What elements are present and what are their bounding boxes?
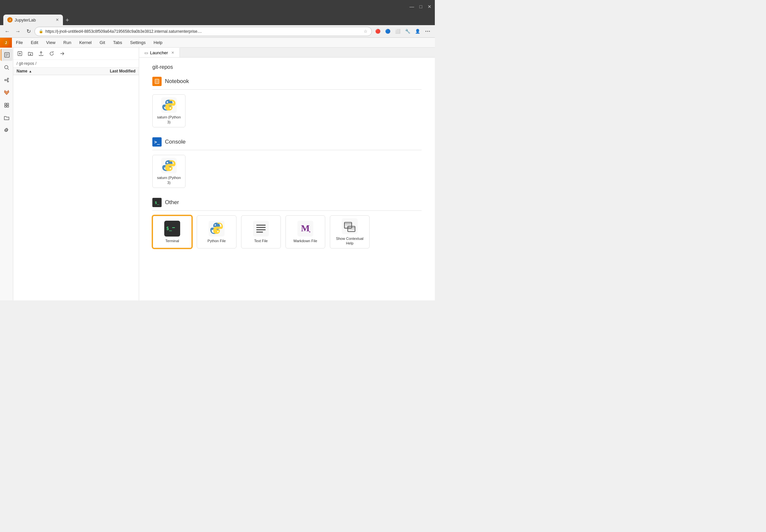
- menu-item-settings[interactable]: Settings: [126, 39, 150, 46]
- launcher-content: git-repos Notebook: [139, 58, 435, 300]
- notebook-kernel-grid: saturn (Python 3): [152, 94, 422, 127]
- tab-close-icon[interactable]: ✕: [56, 18, 59, 22]
- back-button[interactable]: ←: [3, 27, 12, 36]
- reload-button[interactable]: ↻: [24, 27, 33, 36]
- svg-rect-10: [7, 106, 9, 107]
- upload-button[interactable]: [36, 49, 46, 58]
- svg-rect-40: [348, 229, 355, 230]
- main-area: ▭ Launcher ✕ git-repos Notebook: [139, 48, 435, 300]
- menu-item-tabs[interactable]: Tabs: [109, 39, 126, 46]
- launcher-tab-label: Launcher: [150, 50, 168, 55]
- new-tab-button[interactable]: +: [63, 16, 72, 25]
- sidebar-icon-extension[interactable]: [1, 99, 13, 111]
- kernel-card-saturn-python3-notebook[interactable]: saturn (Python 3): [152, 94, 185, 127]
- tab-bar: ▭ Launcher ✕: [139, 48, 435, 58]
- menu-item-kernel[interactable]: Kernel: [75, 39, 96, 46]
- browser-toolbar-icons: 🔴 🔵 ⬜ 🔧 👤 ⋯: [373, 27, 432, 36]
- refresh-button[interactable]: [47, 49, 56, 58]
- kernel-card-label-console: saturn (Python 3): [155, 175, 182, 185]
- git-clone-button[interactable]: [58, 49, 67, 58]
- other-card-contextual-help[interactable]: Show Contextual Help: [330, 215, 370, 248]
- browser-chrome: — □ ✕: [0, 0, 435, 13]
- sort-arrow-icon: ▲: [29, 69, 32, 73]
- maximize-button[interactable]: □: [420, 4, 422, 9]
- launcher-path: git-repos: [152, 64, 422, 70]
- markdown-file-card-label: Markdown File: [293, 239, 317, 243]
- browser-tab-jupyterlab[interactable]: J JupyterLab ✕: [3, 15, 63, 25]
- console-kernel-grid: saturn (Python 3): [152, 155, 422, 188]
- console-section-header: >_ Console: [152, 137, 422, 150]
- python-logo-console: [160, 158, 177, 173]
- other-card-python-file[interactable]: Python File: [197, 215, 237, 248]
- url-bar[interactable]: 🔒 https://j-jnoli-untitled4-8853c8f509a6…: [34, 27, 372, 36]
- browser-tab-bar: J JupyterLab ✕ +: [0, 13, 435, 25]
- svg-point-19: [169, 168, 171, 170]
- main-layout: / git-repos / Name ▲ Last Modified ▭ Lau…: [0, 48, 435, 300]
- contextual-help-card-icon: [342, 218, 358, 234]
- extension-icon-3[interactable]: ⬜: [393, 27, 402, 36]
- minimize-button[interactable]: —: [410, 4, 414, 9]
- menu-item-view[interactable]: View: [42, 39, 59, 46]
- sidebar-icon-files[interactable]: [1, 49, 13, 61]
- menu-item-edit[interactable]: Edit: [27, 39, 42, 46]
- svg-rect-22: [172, 227, 175, 228]
- new-folder-button[interactable]: [26, 49, 35, 58]
- svg-point-15: [166, 101, 168, 103]
- menu-item-git[interactable]: Git: [96, 39, 109, 46]
- breadcrumb: / git-repos /: [13, 60, 139, 67]
- other-items-grid: $_ Terminal: [152, 215, 422, 248]
- svg-rect-7: [5, 103, 6, 105]
- terminal-card-icon: $_: [164, 221, 180, 237]
- svg-rect-12: [155, 79, 159, 84]
- sidebar-icon-strip: [0, 48, 13, 300]
- address-bar-row: ← → ↻ 🔒 https://j-jnoli-untitled4-8853c8…: [0, 25, 435, 38]
- sidebar-icon-search[interactable]: [1, 62, 13, 73]
- tab-favicon: J: [7, 17, 13, 22]
- svg-rect-26: [253, 221, 269, 237]
- more-icon[interactable]: ⋯: [423, 27, 432, 36]
- sidebar-icon-folder[interactable]: [1, 112, 13, 124]
- name-column-label: Name: [17, 69, 27, 73]
- sidebar-icon-gitlab[interactable]: [1, 87, 13, 99]
- menu-item-run[interactable]: Run: [59, 39, 75, 46]
- sidebar-icon-puzzle[interactable]: [1, 124, 13, 136]
- launcher-tab-close[interactable]: ✕: [171, 51, 174, 55]
- new-file-button[interactable]: [15, 49, 24, 58]
- sidebar-icon-git[interactable]: [1, 74, 13, 86]
- svg-rect-8: [7, 103, 9, 105]
- menu-bar: J File Edit View Run Kernel Git Tabs Set…: [0, 38, 435, 48]
- python-file-card-label: Python File: [207, 239, 226, 243]
- other-card-text-file[interactable]: Text File: [241, 215, 281, 248]
- launcher-tab-icon: ▭: [144, 51, 148, 55]
- extension-icon-2[interactable]: 🔵: [383, 27, 392, 36]
- svg-rect-30: [256, 232, 263, 233]
- jupyter-logo: J: [0, 38, 12, 48]
- console-section-icon: >_: [152, 137, 161, 147]
- star-icon[interactable]: ☆: [364, 29, 368, 34]
- launcher-tab[interactable]: ▭ Launcher ✕: [139, 48, 180, 57]
- other-card-markdown-file[interactable]: M Markdown File: [286, 215, 325, 248]
- markdown-file-card-icon: M: [297, 221, 313, 237]
- menu-item-file[interactable]: File: [12, 39, 27, 46]
- settings-extension-icon[interactable]: 🔧: [403, 27, 412, 36]
- url-text: https://j-jnoli-untitled4-8853c8f509a64a…: [45, 29, 362, 34]
- forward-button[interactable]: →: [13, 27, 23, 36]
- contextual-help-card-label: Show Contextual Help: [333, 236, 367, 246]
- svg-rect-29: [256, 229, 266, 230]
- profile-icon[interactable]: 👤: [413, 27, 422, 36]
- notebook-section-icon: [152, 77, 161, 86]
- window-controls-right[interactable]: — □ ✕: [410, 4, 431, 9]
- menu-item-help[interactable]: Help: [150, 39, 166, 46]
- close-button[interactable]: ✕: [428, 4, 431, 9]
- last-modified-column-header[interactable]: Last Modified: [96, 69, 135, 73]
- name-column-header[interactable]: Name ▲: [17, 69, 96, 73]
- notebook-section-header: Notebook: [152, 77, 422, 90]
- svg-text:M: M: [301, 223, 310, 233]
- terminal-card-label: Terminal: [165, 239, 179, 243]
- extension-icon-1[interactable]: 🔴: [373, 27, 383, 36]
- kernel-card-saturn-python3-console[interactable]: saturn (Python 3): [152, 155, 185, 188]
- other-card-terminal[interactable]: $_ Terminal: [152, 215, 192, 248]
- notebook-section-label: Notebook: [165, 78, 189, 85]
- svg-point-24: [215, 224, 216, 226]
- other-section-header: $_ Other: [152, 198, 422, 211]
